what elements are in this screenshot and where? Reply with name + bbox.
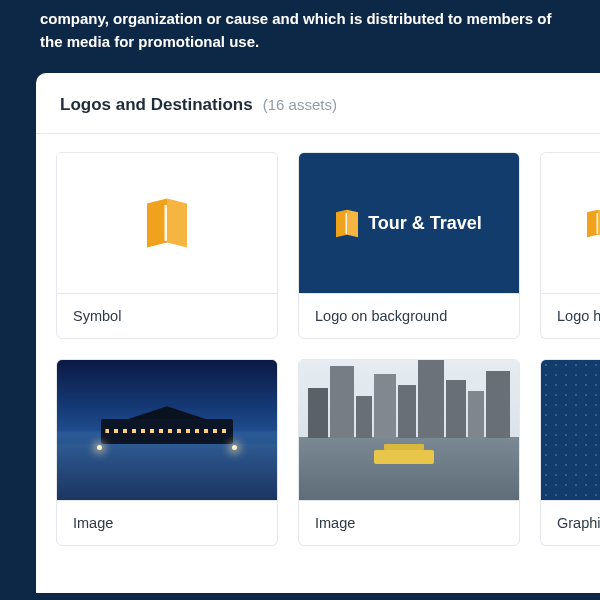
assets-panel: Logos and Destinations (16 assets) Symbo… [36,73,600,593]
photo-resort [57,360,277,500]
asset-thumbnail [57,153,277,293]
section-count: (16 assets) [263,96,337,113]
asset-row: Symbol Tour & Travel Logo on background [56,152,600,339]
asset-caption: Graphic [541,500,600,545]
asset-card-graphic[interactable]: Graphic [540,359,600,546]
panel-header: Logos and Destinations (16 assets) [36,73,600,134]
asset-thumbnail [541,360,600,500]
asset-grid: Symbol Tour & Travel Logo on background [36,134,600,564]
asset-caption: Logo on background [299,293,519,338]
brand-logotype: Tour & Travel [368,213,482,234]
asset-card-logo-horizontal[interactable]: Logo hor [540,152,600,339]
photo-city-skyline [299,360,519,500]
brand-lockup: Tour & Travel [336,211,482,236]
asset-thumbnail [541,153,600,293]
asset-caption: Image [57,500,277,545]
asset-thumbnail: Tour & Travel [299,153,519,293]
asset-caption: Logo hor [541,293,600,338]
asset-thumbnail [299,360,519,500]
asset-card-symbol[interactable]: Symbol [56,152,278,339]
asset-card-logo-bg[interactable]: Tour & Travel Logo on background [298,152,520,339]
map-fold-icon [587,211,601,236]
section-title: Logos and Destinations [60,95,253,115]
asset-thumbnail [57,360,277,500]
map-fold-icon [147,201,187,245]
asset-card-image-city[interactable]: Image [298,359,520,546]
asset-caption: Image [299,500,519,545]
map-fold-icon [336,211,358,236]
asset-card-image-resort[interactable]: Image [56,359,278,546]
asset-row: Image Image Graphic [56,359,600,546]
intro-text: company, organization or cause and which… [0,0,600,73]
asset-caption: Symbol [57,293,277,338]
brand-lockup [587,211,601,236]
